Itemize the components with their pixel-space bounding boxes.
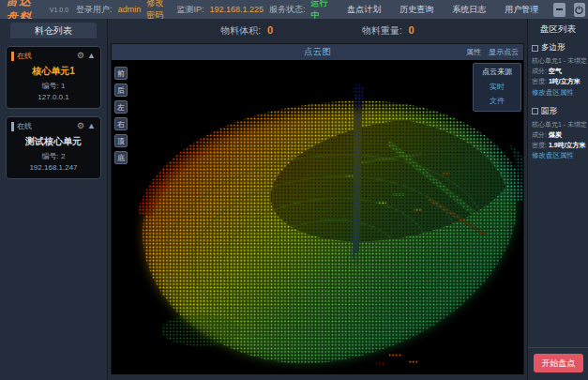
- start-inventory-button[interactable]: 开始盘点: [534, 354, 583, 372]
- material-weight-value: 0: [409, 24, 415, 36]
- unit-card-1[interactable]: 在线 ⚙ ▲ 核心单元1 编号: 1 127.0.0.1: [6, 46, 101, 109]
- area-list-title: 盘区列表: [528, 19, 588, 42]
- minimize-button[interactable]: [553, 3, 565, 17]
- panel-divider: [528, 347, 588, 348]
- silo-list-panel: 料仓列表 在线 ⚙ ▲ 核心单元1 编号: 1 127.0.0.1 在线 ⚙: [0, 19, 108, 380]
- cloud-source-title: 点云来源: [475, 67, 519, 77]
- gear-icon[interactable]: ⚙: [77, 122, 84, 130]
- nav-history-query[interactable]: 历史查询: [400, 4, 433, 16]
- cloud-source-file[interactable]: 文件: [475, 94, 519, 108]
- nav-user-management[interactable]: 用户管理: [505, 4, 538, 16]
- point-cloud-image: [112, 60, 523, 374]
- power-button[interactable]: [574, 3, 585, 17]
- service-status-label: 服务状态:: [269, 4, 306, 16]
- material-weight: 物料重量: 0: [362, 24, 415, 38]
- area-composition: 成分: 空气: [532, 66, 584, 76]
- view-bottom-button[interactable]: 底: [114, 151, 128, 164]
- unit-card-2[interactable]: 在线 ⚙ ▲ 测试核心单元 编号: 2 192.168.1.247: [6, 116, 101, 179]
- area-item-circle: 圆形 核心单元1 - 未绑定 成分: 煤炭 密度: 1.9吨/立方米 修改盘区属…: [528, 106, 588, 161]
- point-cloud-viewer: 点云图 属性 显示点云 前 后 左 右 顶 底 点云来源 实时 文件: [111, 43, 524, 374]
- nav-inventory-plan[interactable]: 盘点计划: [347, 4, 381, 16]
- cloud-source-panel: 点云来源 实时 文件: [473, 63, 521, 112]
- unit-status-text: 在线: [17, 51, 32, 61]
- area-name: 多边形: [541, 42, 565, 53]
- material-weight-label: 物料重量:: [362, 25, 402, 36]
- area-edit-link[interactable]: 修改盘区属性: [532, 151, 584, 160]
- unit-ip: 127.0.0.1: [11, 92, 96, 103]
- gear-icon[interactable]: ⚙: [77, 52, 84, 60]
- view-top-button[interactable]: 顶: [114, 134, 128, 147]
- area-checkbox[interactable]: [532, 108, 538, 114]
- area-unit-binding: 核心单元1 - 未绑定: [532, 55, 584, 66]
- monitor-ip-value: 192.168.1.225: [209, 5, 264, 14]
- area-unit-binding: 核心单元1 - 未绑定: [532, 119, 584, 129]
- viewer-canvas[interactable]: 前 后 左 右 顶 底 点云来源 实时 文件: [112, 60, 523, 374]
- view-toolbar: 前 后 左 右 顶 底: [114, 67, 128, 168]
- login-user-label: 登录用户:: [76, 4, 113, 16]
- cloud-source-realtime[interactable]: 实时: [475, 80, 519, 94]
- area-edit-link[interactable]: 修改盘区属性: [532, 88, 584, 98]
- nav-system-log[interactable]: 系统日志: [452, 4, 486, 16]
- area-name: 圆形: [541, 106, 557, 117]
- login-user-value: admin: [118, 5, 142, 14]
- unit-status-text: 在线: [17, 121, 32, 131]
- unit-name: 测试核心单元: [11, 135, 96, 148]
- view-right-button[interactable]: 右: [114, 117, 128, 130]
- area-composition: 成分: 煤炭: [532, 129, 584, 140]
- unit-card-1-header: 在线 ⚙ ▲: [11, 51, 96, 61]
- viewer-properties-link[interactable]: 属性: [466, 47, 481, 57]
- area-density: 密度: 1.9吨/立方米: [532, 140, 584, 150]
- material-volume: 物料体积: 0: [220, 24, 273, 38]
- power-icon: [575, 6, 583, 14]
- unit-number: 编号: 2: [11, 151, 96, 162]
- silo-list-tab[interactable]: 料仓列表: [10, 23, 97, 39]
- unit-card-2-header: 在线 ⚙ ▲: [11, 121, 96, 131]
- material-stats-bar: 物料体积: 0 物料重量: 0: [108, 19, 527, 43]
- view-back-button[interactable]: 后: [114, 84, 128, 97]
- app-version: V1.0.0: [50, 7, 68, 13]
- minimize-icon: [556, 8, 563, 10]
- material-volume-label: 物料体积:: [220, 25, 261, 36]
- monitor-ip-label: 监测IP:: [176, 4, 204, 16]
- view-left-button[interactable]: 左: [114, 100, 128, 114]
- view-front-button[interactable]: 前: [114, 67, 128, 80]
- title-bar: 雷达盘料 V1.0.0 登录用户: admin 修改密码 监测IP: 192.1…: [0, 0, 588, 19]
- area-item-polygon: 多边形 核心单元1 - 未绑定 成分: 空气 密度: 1吨/立方米 修改盘区属性: [528, 42, 588, 98]
- viewer-header-links: 属性 显示点云: [466, 44, 519, 60]
- warning-icon[interactable]: ▲: [87, 122, 96, 130]
- viewer-header: 点云图 属性 显示点云: [112, 44, 523, 60]
- area-checkbox[interactable]: [532, 45, 538, 52]
- area-density: 密度: 1吨/立方米: [532, 76, 584, 86]
- unit-number: 编号: 1: [11, 81, 96, 92]
- unit-status-bar: [11, 52, 14, 61]
- area-list-panel: 盘区列表 多边形 核心单元1 - 未绑定 成分: 空气 密度: 1吨/立方米 修…: [527, 19, 588, 380]
- viewer-show-cloud-link[interactable]: 显示点云: [489, 47, 519, 57]
- unit-ip: 192.168.1.247: [11, 162, 96, 174]
- unit-status-bar: [11, 122, 14, 131]
- unit-name: 核心单元1: [11, 65, 96, 78]
- warning-icon[interactable]: ▲: [87, 52, 96, 60]
- material-volume-value: 0: [267, 24, 273, 36]
- app-window: 雷达盘料 V1.0.0 登录用户: admin 修改密码 监测IP: 192.1…: [0, 0, 588, 380]
- viewer-title: 点云图: [304, 46, 331, 58]
